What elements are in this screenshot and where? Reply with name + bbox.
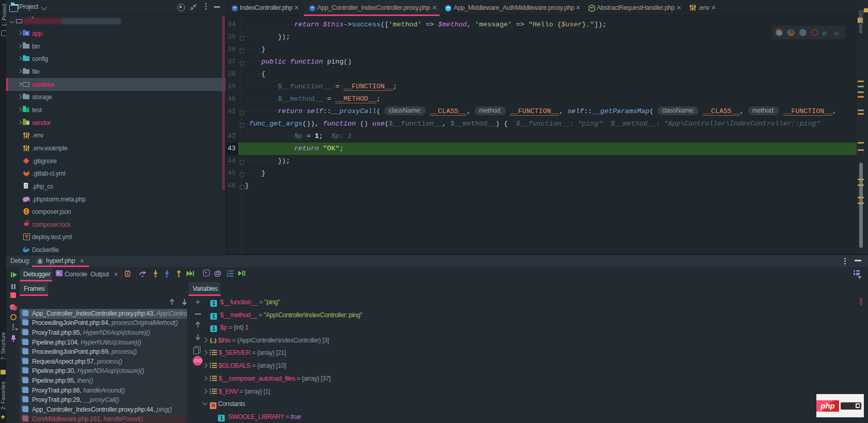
svg-text:3: 3 — [227, 274, 228, 277]
